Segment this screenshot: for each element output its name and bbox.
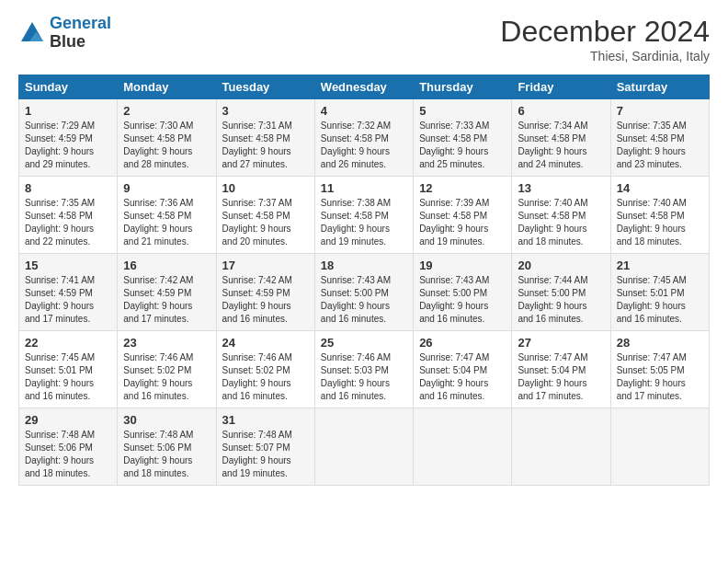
day-number: 1 [25, 104, 111, 118]
day-info: Sunrise: 7:48 AM Sunset: 5:06 PM Dayligh… [123, 429, 210, 480]
day-info: Sunrise: 7:46 AM Sunset: 5:02 PM Dayligh… [123, 351, 210, 403]
calendar-cell [314, 408, 413, 486]
header: General Blue December 2024 Thiesi, Sardi… [18, 15, 710, 63]
day-info: Sunrise: 7:48 AM Sunset: 5:07 PM Dayligh… [222, 429, 309, 480]
day-number: 16 [123, 259, 210, 272]
day-number: 5 [419, 104, 506, 118]
day-info: Sunrise: 7:43 AM Sunset: 5:00 PM Dayligh… [321, 274, 407, 326]
calendar-cell: 10 Sunrise: 7:37 AM Sunset: 4:58 PM Dayl… [216, 177, 314, 254]
day-number: 20 [518, 259, 604, 272]
day-info: Sunrise: 7:36 AM Sunset: 4:58 PM Dayligh… [123, 197, 210, 248]
day-number: 10 [222, 181, 309, 195]
logo-text: General Blue [50, 15, 111, 52]
day-info: Sunrise: 7:33 AM Sunset: 4:58 PM Dayligh… [419, 120, 506, 171]
calendar-cell: 14 Sunrise: 7:40 AM Sunset: 4:58 PM Dayl… [610, 177, 709, 254]
calendar-cell: 23 Sunrise: 7:46 AM Sunset: 5:02 PM Dayl… [118, 331, 216, 408]
calendar-cell [414, 408, 512, 486]
day-info: Sunrise: 7:38 AM Sunset: 4:58 PM Dayligh… [321, 197, 407, 248]
day-number: 22 [25, 336, 111, 350]
day-info: Sunrise: 7:40 AM Sunset: 4:58 PM Dayligh… [518, 197, 604, 248]
calendar-cell: 12 Sunrise: 7:39 AM Sunset: 4:58 PM Dayl… [414, 177, 512, 254]
day-info: Sunrise: 7:43 AM Sunset: 5:00 PM Dayligh… [419, 274, 506, 326]
calendar-row-2: 8 Sunrise: 7:35 AM Sunset: 4:58 PM Dayli… [19, 177, 710, 254]
day-number: 25 [321, 336, 407, 350]
day-info: Sunrise: 7:42 AM Sunset: 4:59 PM Dayligh… [222, 274, 309, 326]
day-info: Sunrise: 7:46 AM Sunset: 5:02 PM Dayligh… [222, 351, 309, 403]
day-info: Sunrise: 7:37 AM Sunset: 4:58 PM Dayligh… [222, 197, 309, 248]
calendar-cell: 27 Sunrise: 7:47 AM Sunset: 5:04 PM Dayl… [512, 331, 610, 408]
calendar-cell: 2 Sunrise: 7:30 AM Sunset: 4:58 PM Dayli… [118, 99, 216, 177]
calendar-cell: 26 Sunrise: 7:47 AM Sunset: 5:04 PM Dayl… [414, 331, 512, 408]
calendar-cell: 5 Sunrise: 7:33 AM Sunset: 4:58 PM Dayli… [414, 99, 512, 177]
day-number: 28 [617, 336, 703, 350]
col-monday: Monday [118, 75, 216, 99]
calendar-cell: 30 Sunrise: 7:48 AM Sunset: 5:06 PM Dayl… [118, 408, 216, 486]
calendar-cell: 28 Sunrise: 7:47 AM Sunset: 5:05 PM Dayl… [610, 331, 709, 408]
calendar-cell: 22 Sunrise: 7:45 AM Sunset: 5:01 PM Dayl… [19, 331, 118, 408]
calendar-cell [512, 408, 610, 486]
day-info: Sunrise: 7:32 AM Sunset: 4:58 PM Dayligh… [321, 120, 407, 171]
day-info: Sunrise: 7:31 AM Sunset: 4:58 PM Dayligh… [222, 120, 309, 171]
location: Thiesi, Sardinia, Italy [500, 49, 710, 63]
day-info: Sunrise: 7:46 AM Sunset: 5:03 PM Dayligh… [321, 351, 407, 403]
month-title: December 2024 [500, 15, 710, 49]
logo: General Blue [18, 15, 111, 52]
calendar-cell: 11 Sunrise: 7:38 AM Sunset: 4:58 PM Dayl… [314, 177, 413, 254]
day-number: 24 [222, 336, 309, 350]
calendar-cell: 6 Sunrise: 7:34 AM Sunset: 4:58 PM Dayli… [512, 99, 610, 177]
day-info: Sunrise: 7:34 AM Sunset: 4:58 PM Dayligh… [518, 120, 604, 171]
day-number: 29 [25, 413, 111, 427]
day-info: Sunrise: 7:47 AM Sunset: 5:04 PM Dayligh… [419, 351, 506, 403]
day-number: 6 [518, 104, 604, 118]
day-number: 4 [321, 104, 407, 118]
calendar-row-3: 15 Sunrise: 7:41 AM Sunset: 4:59 PM Dayl… [19, 254, 710, 331]
day-number: 21 [617, 259, 703, 272]
day-info: Sunrise: 7:48 AM Sunset: 5:06 PM Dayligh… [25, 429, 111, 480]
calendar-cell: 3 Sunrise: 7:31 AM Sunset: 4:58 PM Dayli… [216, 99, 314, 177]
day-number: 30 [123, 413, 210, 427]
day-number: 19 [419, 259, 506, 272]
calendar-cell: 15 Sunrise: 7:41 AM Sunset: 4:59 PM Dayl… [19, 254, 118, 331]
day-info: Sunrise: 7:45 AM Sunset: 5:01 PM Dayligh… [617, 274, 703, 326]
day-info: Sunrise: 7:47 AM Sunset: 5:04 PM Dayligh… [518, 351, 604, 403]
calendar-cell [610, 408, 709, 486]
calendar-table: Sunday Monday Tuesday Wednesday Thursday… [18, 75, 710, 486]
col-tuesday: Tuesday [216, 75, 314, 99]
day-number: 2 [123, 104, 210, 118]
day-number: 13 [518, 181, 604, 195]
calendar-cell: 16 Sunrise: 7:42 AM Sunset: 4:59 PM Dayl… [118, 254, 216, 331]
calendar-cell: 7 Sunrise: 7:35 AM Sunset: 4:58 PM Dayli… [610, 99, 709, 177]
calendar-cell: 13 Sunrise: 7:40 AM Sunset: 4:58 PM Dayl… [512, 177, 610, 254]
calendar-row-1: 1 Sunrise: 7:29 AM Sunset: 4:59 PM Dayli… [19, 99, 710, 177]
calendar-cell: 17 Sunrise: 7:42 AM Sunset: 4:59 PM Dayl… [216, 254, 314, 331]
day-number: 11 [321, 181, 407, 195]
day-number: 7 [617, 104, 703, 118]
col-thursday: Thursday [414, 75, 512, 99]
day-number: 9 [123, 181, 210, 195]
day-info: Sunrise: 7:44 AM Sunset: 5:00 PM Dayligh… [518, 274, 604, 326]
calendar-cell: 24 Sunrise: 7:46 AM Sunset: 5:02 PM Dayl… [216, 331, 314, 408]
title-block: December 2024 Thiesi, Sardinia, Italy [500, 15, 710, 63]
day-number: 17 [222, 259, 309, 272]
day-number: 15 [25, 259, 111, 272]
calendar-row-5: 29 Sunrise: 7:48 AM Sunset: 5:06 PM Dayl… [19, 408, 710, 486]
day-number: 23 [123, 336, 210, 350]
calendar-cell: 9 Sunrise: 7:36 AM Sunset: 4:58 PM Dayli… [118, 177, 216, 254]
day-number: 8 [25, 181, 111, 195]
day-info: Sunrise: 7:41 AM Sunset: 4:59 PM Dayligh… [25, 274, 111, 326]
calendar-cell: 18 Sunrise: 7:43 AM Sunset: 5:00 PM Dayl… [314, 254, 413, 331]
calendar-row-4: 22 Sunrise: 7:45 AM Sunset: 5:01 PM Dayl… [19, 331, 710, 408]
day-number: 27 [518, 336, 604, 350]
day-number: 14 [617, 181, 703, 195]
calendar-cell: 21 Sunrise: 7:45 AM Sunset: 5:01 PM Dayl… [610, 254, 709, 331]
calendar-cell: 20 Sunrise: 7:44 AM Sunset: 5:00 PM Dayl… [512, 254, 610, 331]
day-info: Sunrise: 7:40 AM Sunset: 4:58 PM Dayligh… [617, 197, 703, 248]
calendar-cell: 25 Sunrise: 7:46 AM Sunset: 5:03 PM Dayl… [314, 331, 413, 408]
day-number: 18 [321, 259, 407, 272]
day-info: Sunrise: 7:35 AM Sunset: 4:58 PM Dayligh… [617, 120, 703, 171]
day-info: Sunrise: 7:42 AM Sunset: 4:59 PM Dayligh… [123, 274, 210, 326]
col-sunday: Sunday [19, 75, 118, 99]
day-number: 31 [222, 413, 309, 427]
day-info: Sunrise: 7:45 AM Sunset: 5:01 PM Dayligh… [25, 351, 111, 403]
day-number: 3 [222, 104, 309, 118]
